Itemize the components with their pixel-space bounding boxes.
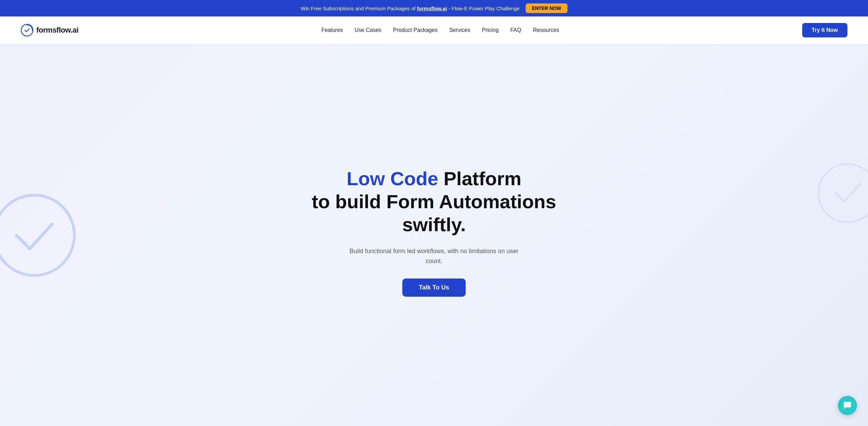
svg-point-2 bbox=[818, 164, 868, 222]
nav-link-pricing[interactable]: Pricing bbox=[477, 24, 503, 36]
hero-title-rest: Platform bbox=[438, 168, 522, 189]
chat-bubble-button[interactable] bbox=[838, 396, 857, 415]
nav-link-services[interactable]: Services bbox=[444, 24, 475, 36]
announcement-text: Win Free Subscriptions and Premium Packa… bbox=[301, 5, 519, 11]
nav-menu: Features Use Cases Product Packages Serv… bbox=[317, 27, 564, 33]
nav-link-faq[interactable]: FAQ bbox=[505, 24, 526, 36]
nav-item-services[interactable]: Services bbox=[444, 27, 475, 33]
logo-text: formsflow.ai bbox=[36, 26, 78, 35]
nav-item-use-cases[interactable]: Use Cases bbox=[350, 27, 386, 33]
nav-link-features[interactable]: Features bbox=[317, 24, 348, 36]
nav-item-pricing[interactable]: Pricing bbox=[477, 27, 503, 33]
logo-icon bbox=[21, 24, 34, 37]
hero-subtitle: Build functional form led workflows, wit… bbox=[345, 246, 523, 266]
hero-section: Low Code Platform to build Form Automati… bbox=[0, 44, 868, 426]
nav-item-features[interactable]: Features bbox=[317, 27, 348, 33]
talk-to-us-button[interactable]: Talk To Us bbox=[402, 279, 465, 297]
nav-link-product-packages[interactable]: Product Packages bbox=[388, 24, 442, 36]
chat-icon bbox=[843, 401, 852, 410]
hero-bg-icon-left bbox=[0, 191, 79, 280]
nav-item-product-packages[interactable]: Product Packages bbox=[388, 27, 442, 33]
nav-item-resources[interactable]: Resources bbox=[528, 27, 564, 33]
svg-point-0 bbox=[21, 24, 33, 36]
nav-link-resources[interactable]: Resources bbox=[528, 24, 564, 36]
enter-now-button[interactable]: ENTER NOW bbox=[526, 3, 567, 13]
nav-item-faq[interactable]: FAQ bbox=[505, 27, 526, 33]
announcement-link[interactable]: formsflow.ai bbox=[417, 5, 447, 11]
announcement-banner: Win Free Subscriptions and Premium Packa… bbox=[0, 0, 868, 16]
hero-title-highlight: Low Code bbox=[346, 168, 438, 189]
hero-title: Low Code Platform to build Form Automati… bbox=[297, 167, 571, 236]
try-it-now-button[interactable]: Try It Now bbox=[802, 23, 847, 37]
hero-title-line2: to build Form Automations swiftly. bbox=[297, 190, 571, 236]
navbar: formsflow.ai Features Use Cases Product … bbox=[0, 16, 868, 44]
nav-link-use-cases[interactable]: Use Cases bbox=[350, 24, 386, 36]
hero-bg-icon-right bbox=[813, 159, 868, 227]
logo[interactable]: formsflow.ai bbox=[21, 24, 78, 37]
